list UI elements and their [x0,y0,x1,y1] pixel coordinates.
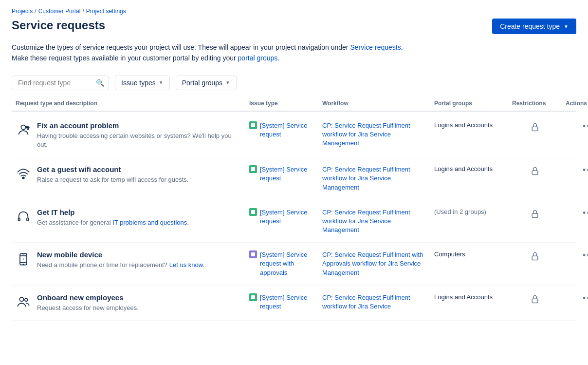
portal-groups-cell: Computers [430,250,508,258]
portal-groups-cell: Logins and Accounts [430,293,508,301]
issue-types-chevron-icon: ▼ [159,80,164,85]
portal-groups-link[interactable]: portal groups [238,54,278,62]
request-type-info: Fix an account problem Having trouble ac… [37,121,241,149]
table-body: ? Fix an account problem Having trouble … [12,114,576,321]
svg-point-0 [21,125,25,129]
create-request-type-button[interactable]: Create request type ▼ [492,19,576,34]
restrictions-cell [508,165,562,178]
request-type-description: Get assistance for general IT problems a… [37,218,189,227]
header-workflow: Workflow [318,100,430,107]
request-type-info: Get a guest wifi account Raise a request… [37,165,188,184]
portal-groups-dropdown[interactable]: Portal groups ▼ [176,76,237,90]
breadcrumb: Projects / Customer Portal / Project set… [12,8,576,15]
svg-point-25 [25,298,28,301]
portal-groups-chevron-icon: ▼ [225,80,230,85]
table-row: Onboard new employees Request access for… [12,286,576,321]
request-type-name: Onboard new employees [37,293,139,302]
workflow-cell: CP: Service Request Fulfilment workflow … [318,208,430,235]
actions-cell: ••• [562,293,588,304]
more-actions-button[interactable]: ••• [581,121,588,132]
breadcrumb-projects[interactable]: Projects [12,8,33,15]
svg-text:?: ? [27,126,29,131]
more-actions-button[interactable]: ••• [581,165,588,175]
search-wrapper: 🔍 [12,76,109,90]
workflow-cell: CP: Service Request Fulfilment workflow … [318,165,430,192]
lock-icon [530,294,540,307]
request-type-cell: + New mobile device Need a mobile phone … [12,250,245,269]
request-type-cell: Onboard new employees Request access for… [12,293,245,312]
more-actions-button[interactable]: ••• [581,208,588,218]
svg-point-6 [22,177,24,179]
request-type-cell: Get IT help Get assistance for general I… [12,208,245,227]
workflow-cell: CP: Service Request Fulfilment workflow … [318,121,430,148]
issue-type-text: [System] Service request [260,121,314,139]
svg-point-24 [19,297,23,301]
request-type-icon: + [16,251,31,267]
breadcrumb-sep-1: / [35,8,36,15]
portal-groups-cell: Logins and Accounts [430,165,508,173]
breadcrumb-customer-portal[interactable]: Customer Portal [38,8,81,15]
lock-icon [530,166,540,178]
portal-groups-cell: Logins and Accounts [430,121,508,129]
actions-cell: ••• [562,208,588,218]
lock-icon [530,251,540,264]
request-type-icon [16,166,31,182]
svg-rect-8 [251,167,255,171]
create-btn-chevron-icon: ▼ [564,24,569,29]
svg-rect-28 [532,299,538,303]
lock-icon [530,209,540,221]
more-actions-button[interactable]: ••• [581,250,588,261]
issue-types-dropdown[interactable]: Issue types ▼ [115,76,170,90]
workflow-cell: CP: Service Request Fulfilment with Appr… [318,250,430,277]
restrictions-cell [508,121,562,134]
request-type-name: New mobile device [37,250,204,259]
filters-row: 🔍 Issue types ▼ Portal groups ▼ [12,76,576,90]
page-description: Customize the types of service requests … [12,42,576,64]
header-issue-type: Issue type [245,100,318,107]
issue-type-icon [249,250,257,260]
issue-type-cell: [System] Service request with approvals [245,250,318,277]
header-restrictions: Restrictions [508,100,562,107]
issue-type-cell: [System] Service request [245,208,318,226]
issue-type-cell: [System] Service request [245,293,318,311]
search-input[interactable] [12,76,109,90]
issue-type-cell: [System] Service request [245,165,318,183]
more-actions-button[interactable]: ••• [581,293,588,304]
issue-type-icon [249,208,257,217]
actions-cell: ••• [562,165,588,175]
table-row: Get IT help Get assistance for general I… [12,200,576,243]
request-type-description: Request access for new employees. [37,304,139,312]
request-type-cell: ? Fix an account problem Having trouble … [12,121,245,149]
request-type-icon [16,209,31,225]
table-row: ? Fix an account problem Having trouble … [12,114,576,157]
request-type-info: New mobile device Need a mobile phone or… [37,250,204,269]
breadcrumb-project-settings[interactable]: Project settings [86,8,126,15]
actions-cell: ••• [562,121,588,132]
request-type-info: Onboard new employees Request access for… [37,293,139,312]
table-row: + New mobile device Need a mobile phone … [12,243,576,286]
workflow-cell: CP: Service Request Fulfilment workflow … [318,293,430,311]
svg-rect-9 [532,171,538,174]
svg-rect-14 [532,213,538,217]
breadcrumb-sep-2: / [82,8,84,15]
lock-icon [530,122,540,134]
request-type-name: Fix an account problem [37,121,241,130]
header-actions: Actions [562,100,588,107]
service-requests-link[interactable]: Service requests [350,43,401,51]
svg-rect-11 [27,218,29,221]
svg-rect-27 [251,295,255,299]
portal-groups-cell: (Used in 2 groups) [430,208,508,215]
issue-type-cell: [System] Service request [245,121,318,139]
restrictions-cell [508,250,562,264]
request-type-description: Having trouble accessing certain website… [37,132,241,149]
requests-table: Request type and description Issue type … [12,100,576,321]
request-type-description: Raise a request to ask for temp wifi acc… [37,175,188,184]
request-type-cell: Get a guest wifi account Raise a request… [12,165,245,184]
issue-type-text: [System] Service request [260,293,314,311]
restrictions-cell [508,293,562,307]
table-header: Request type and description Issue type … [12,100,576,112]
desc-link[interactable]: IT problems and questions [112,219,187,226]
desc-link[interactable]: Let us know [169,261,203,269]
request-type-description: Need a mobile phone or time for replacem… [37,261,204,269]
page-title: Service requests [12,19,105,32]
